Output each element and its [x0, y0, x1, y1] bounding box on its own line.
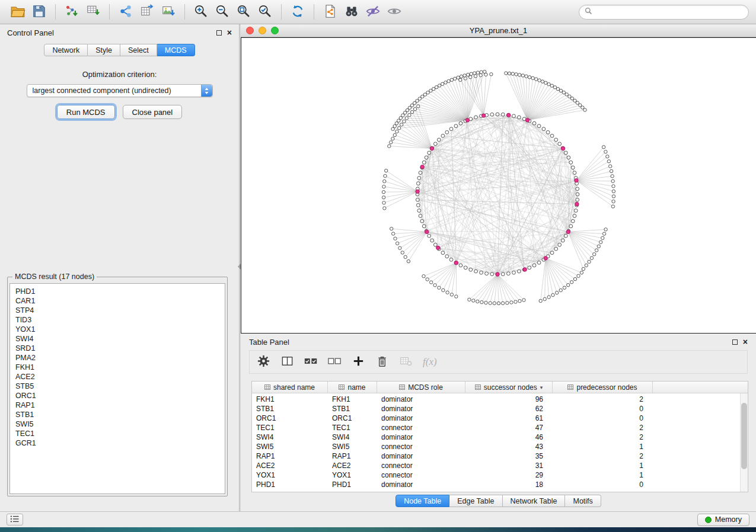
mcds-result-item[interactable]: RAP1 [15, 400, 225, 410]
network-from-selection-button[interactable] [320, 2, 341, 21]
float-panel-icon[interactable] [216, 30, 222, 36]
find-button[interactable] [341, 2, 362, 21]
control-panel-header: Control Panel × [0, 24, 239, 41]
export-network-button[interactable] [115, 2, 136, 21]
column-type-icon [264, 384, 270, 390]
save-session-button[interactable] [28, 2, 50, 21]
cell-shared-name: STB1 [252, 405, 328, 413]
zoom-out-icon [215, 4, 230, 21]
table-scrollbar[interactable] [740, 393, 748, 492]
column-header-label: name [347, 383, 365, 392]
close-panel-icon[interactable]: × [227, 28, 232, 37]
mcds-result-item[interactable]: YOX1 [15, 325, 225, 334]
float-table-panel-icon[interactable] [732, 339, 738, 345]
hide-selection-button[interactable] [362, 2, 384, 21]
mcds-result-item[interactable]: ORC1 [15, 391, 225, 400]
show-column-panel-button[interactable] [280, 354, 294, 370]
mcds-result-list[interactable]: PHD1CAR1STP4TID3YOX1SWI4SRD1PMA2FKH1ACE2… [9, 283, 225, 494]
deselect-all-columns-button[interactable] [328, 354, 342, 370]
mcds-result-item[interactable]: STB1 [15, 410, 225, 419]
run-mcds-button[interactable]: Run MCDS [57, 105, 115, 119]
table-settings-button[interactable] [257, 354, 270, 370]
column-header-name[interactable]: name [328, 382, 377, 393]
optimization-criterion-select[interactable]: largest connected component (undirected) [27, 84, 213, 97]
table-row[interactable]: FKH1FKH1dominator962 [252, 395, 748, 404]
column-header-label: MCDS role [408, 383, 443, 392]
tab-edge-table[interactable]: Edge Table [449, 495, 502, 507]
column-type-icon [475, 384, 481, 390]
table-panel-header: Table Panel × [241, 335, 756, 349]
zoom-in-button[interactable] [190, 2, 212, 21]
table-row[interactable]: TEC1TEC1connector472 [252, 423, 748, 432]
column-header-successor-nodes[interactable]: successor nodes▾ [465, 382, 553, 393]
zoom-fit-button[interactable] [233, 2, 254, 21]
zoom-selected-button[interactable] [254, 2, 276, 21]
mcds-result-item[interactable]: ACE2 [15, 372, 225, 382]
table-row[interactable]: PHD1PHD1dominator180 [252, 480, 748, 489]
mcds-result-item[interactable]: TID3 [15, 315, 225, 325]
cell-successor-nodes: 31 [465, 462, 553, 470]
mcds-result-item[interactable]: GCR1 [15, 438, 225, 448]
app-window: Control Panel × NetworkStyleSelectMCDS O… [0, 0, 756, 527]
mcds-result-item[interactable]: SWI4 [15, 334, 225, 344]
sort-caret-icon: ▾ [540, 384, 543, 390]
tab-style[interactable]: Style [88, 44, 120, 56]
list-icon [9, 515, 20, 525]
column-header-MCDS-role[interactable]: MCDS role [377, 382, 465, 393]
table-row[interactable]: ACE2ACE2connector311 [252, 461, 748, 470]
tab-motifs[interactable]: Motifs [565, 495, 601, 507]
search-input[interactable] [595, 8, 743, 16]
mcds-result-item[interactable]: STB5 [15, 382, 225, 391]
column-header-predecessor-nodes[interactable]: predecessor nodes [553, 382, 653, 393]
tab-node-table[interactable]: Node Table [395, 495, 449, 507]
delete-table-button[interactable] [399, 354, 413, 370]
mcds-result-item[interactable]: SRD1 [15, 344, 225, 353]
memory-button[interactable]: Memory [697, 514, 749, 526]
export-table-icon [139, 4, 155, 21]
delete-column-button[interactable] [375, 354, 389, 370]
select-all-columns-button[interactable] [304, 354, 318, 370]
tab-mcds[interactable]: MCDS [157, 44, 195, 56]
show-all-button[interactable] [384, 2, 405, 21]
cell-name: SWI4 [328, 433, 377, 441]
column-header-shared-name[interactable]: shared name [252, 382, 328, 393]
task-history-button[interactable] [7, 514, 23, 525]
import-table-button[interactable] [82, 2, 104, 21]
toolbar-separator [109, 4, 110, 20]
refresh-button[interactable] [287, 2, 308, 21]
export-network-icon [118, 4, 133, 21]
mcds-result-item[interactable]: SWI5 [15, 419, 225, 429]
table-row[interactable]: SWI4SWI4dominator462 [252, 432, 748, 442]
table-row[interactable]: RAP1RAP1dominator352 [252, 451, 748, 461]
table-row[interactable]: SWI5SWI5connector431 [252, 442, 748, 451]
mcds-result-item[interactable]: STP4 [15, 306, 225, 315]
table-row[interactable]: STB1STB1dominator620 [252, 404, 748, 414]
network-canvas[interactable] [241, 37, 756, 334]
tab-select[interactable]: Select [120, 44, 157, 56]
close-panel-button[interactable]: Close panel [123, 105, 183, 119]
mcds-result-item[interactable]: CAR1 [15, 296, 225, 306]
cell-predecessor-nodes: 1 [553, 462, 653, 470]
memory-status-dot [705, 517, 712, 523]
mcds-result-item[interactable]: TEC1 [15, 429, 225, 438]
close-table-panel-icon[interactable]: × [743, 338, 748, 346]
table-row[interactable]: YOX1YOX1connector291 [252, 470, 748, 480]
function-builder-button[interactable]: f(x) [423, 356, 437, 368]
cell-predecessor-nodes: 0 [553, 414, 653, 422]
tab-network[interactable]: Network [44, 44, 88, 56]
export-table-button[interactable] [136, 2, 158, 21]
tab-network-table[interactable]: Network Table [503, 495, 566, 507]
mcds-result-item[interactable]: PHD1 [15, 287, 225, 296]
table-panel: Table Panel × [241, 335, 756, 511]
search-box[interactable] [579, 5, 749, 20]
table-row[interactable]: ORC1ORC1dominator610 [252, 414, 748, 423]
mcds-result-item[interactable]: PMA2 [15, 353, 225, 363]
export-image-button[interactable] [158, 2, 179, 21]
zoom-out-button[interactable] [212, 2, 233, 21]
open-file-button[interactable] [7, 2, 28, 21]
network-graph[interactable] [241, 38, 756, 333]
create-column-button[interactable] [352, 354, 365, 370]
mcds-result-item[interactable]: FKH1 [15, 363, 225, 372]
table-scrollbar-thumb[interactable] [741, 403, 747, 469]
import-network-button[interactable] [61, 2, 82, 21]
